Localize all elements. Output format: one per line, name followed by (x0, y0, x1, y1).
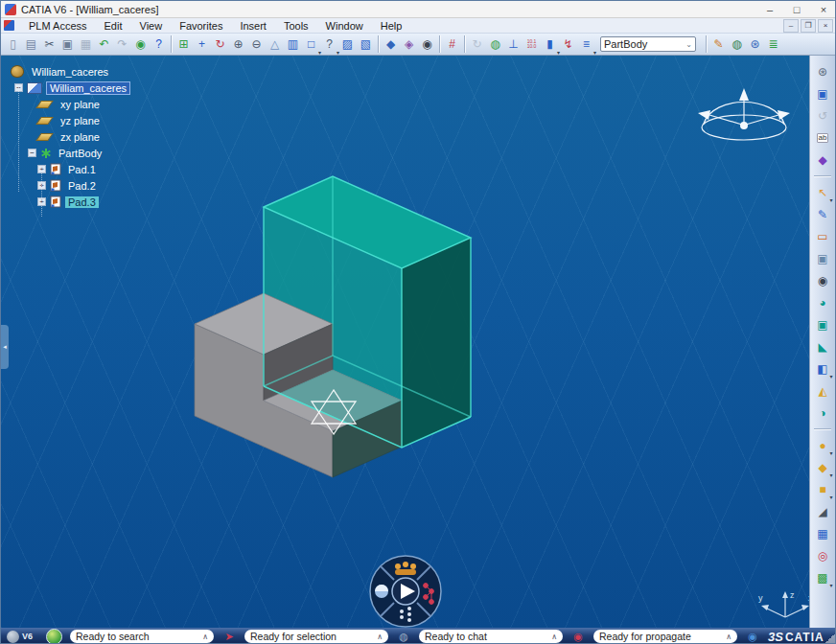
material-tool-icon[interactable]: ▩▾ (815, 569, 831, 586)
undo-icon[interactable]: ↶ (96, 36, 112, 53)
gear-globe-icon[interactable]: ⊛ (747, 36, 763, 53)
search-status-field[interactable]: Ready to search ∧ (70, 630, 214, 643)
block-tool-icon[interactable]: ■▾ (815, 481, 831, 497)
dropdown-arrow-icon[interactable]: ▾ (829, 494, 832, 500)
box-tool-icon[interactable]: ▣ (815, 316, 831, 333)
compass-design-quadrant-icon[interactable] (375, 585, 388, 598)
chat-planet-icon[interactable]: ◉ (570, 630, 586, 644)
shell-tool-icon[interactable]: ◕ (815, 294, 831, 310)
menu-item[interactable]: Tools (275, 20, 317, 32)
redo-icon[interactable]: ↷ (114, 36, 130, 53)
world-map-icon[interactable]: ◍ (729, 36, 745, 53)
propagate-person-icon[interactable]: ◉ (745, 630, 760, 644)
mean-dimensions-icon[interactable]: 10.1 10.0 (523, 36, 540, 53)
dropdown-arrow-icon[interactable]: ▾ (593, 50, 596, 56)
section-view-icon[interactable]: ▮▾ (542, 36, 558, 53)
cut-icon[interactable]: ✂ (41, 36, 58, 53)
workbench-icon[interactable]: ◈ (401, 36, 417, 53)
chevron-up-icon[interactable]: ∧ (377, 632, 383, 641)
propagate-flash-icon[interactable]: ↯ (560, 36, 576, 53)
propagate-status-field[interactable]: Ready for propagate ∧ (593, 630, 737, 643)
iso-view-icon[interactable]: □▾ (303, 36, 319, 53)
multi-view-icon[interactable]: ▥ (285, 36, 301, 53)
pan-icon[interactable]: + (194, 36, 210, 53)
maximize-button[interactable]: □ (783, 2, 810, 17)
render-style-alt-icon[interactable]: ▧ (358, 36, 374, 53)
quick-help-icon[interactable]: ?▾ (321, 36, 337, 53)
select-cursor-icon[interactable]: ↖▾ (815, 184, 831, 200)
new-document-icon[interactable]: ▯ (5, 36, 21, 53)
wedge-tool-icon[interactable]: ◣ (815, 338, 831, 355)
tree-row-yz-plane[interactable]: yz plane (7, 112, 179, 128)
minimize-button[interactable]: – (756, 2, 783, 17)
close-button[interactable]: × (810, 2, 836, 17)
paint-style-icon[interactable]: ✎ (710, 36, 727, 53)
tree-pad2-label[interactable]: Pad.2 (65, 180, 99, 192)
selection-orb-icon[interactable]: ◍ (396, 630, 411, 644)
print-icon[interactable]: ▤ (23, 36, 39, 53)
pad-tool-icon[interactable]: ▭ (815, 228, 831, 244)
prism-tool-icon[interactable]: ◭ (815, 382, 831, 399)
chevron-down-icon[interactable]: ⌄ (685, 40, 692, 49)
globe-session-icon[interactable]: ◍ (487, 36, 503, 53)
menu-item[interactable]: Window (317, 20, 372, 32)
partbody-combo[interactable]: PartBody ⌄ (600, 36, 696, 52)
b-window-icon[interactable]: ▣ (815, 85, 831, 102)
tree-row-pad1[interactable]: + Pad.1 (7, 161, 179, 177)
settings-icon[interactable]: ⊛ (815, 63, 831, 80)
mdi-close-button[interactable]: × (818, 19, 833, 33)
catalog-icon[interactable]: ◆ (383, 36, 399, 53)
update-swirl-icon[interactable]: ↺ (815, 107, 831, 124)
knowledge-icon[interactable]: ◆ (815, 151, 831, 168)
dropdown-arrow-icon[interactable]: ▾ (829, 197, 832, 203)
list-layers-icon[interactable]: ≡▾ (578, 36, 594, 53)
axis-system-icon[interactable]: ⊥ (505, 36, 522, 53)
tree-row-pad2[interactable]: + Pad.2 (7, 177, 179, 194)
dropdown-arrow-icon[interactable]: ▾ (829, 450, 832, 456)
panel-collapse-handle[interactable]: ◂ (1, 325, 9, 369)
dropdown-arrow-icon[interactable]: ▾ (829, 374, 832, 380)
orientation-compass[interactable] (698, 88, 790, 140)
chevron-up-icon[interactable]: ∧ (202, 632, 208, 641)
tree-row-part[interactable]: − William_caceres (7, 80, 179, 96)
tree-root-label[interactable]: William_caceres (29, 66, 111, 78)
chevron-up-icon[interactable]: ∧ (726, 632, 732, 641)
sphere-tool-icon[interactable]: ●▾ (815, 437, 831, 453)
target-tool-icon[interactable]: ◎ (815, 547, 831, 564)
tree-partbody-label[interactable]: PartBody (56, 148, 104, 159)
search-globe-icon[interactable] (46, 629, 62, 644)
normal-view-icon[interactable]: △ (267, 36, 283, 53)
sketcher-icon[interactable]: ✎ (815, 206, 831, 222)
menu-item[interactable]: Help (372, 20, 411, 32)
cylinder-tool-icon[interactable]: ◑ (815, 404, 831, 421)
dropdown-arrow-icon[interactable]: ▾ (829, 583, 832, 588)
camera-capture-icon[interactable]: ◉ (419, 36, 435, 53)
menu-item[interactable]: Favorites (171, 20, 231, 32)
rotate-icon[interactable]: ↻ (212, 36, 228, 53)
tree-plane-label[interactable]: yz plane (58, 115, 103, 126)
zoom-out-icon[interactable]: ⊖ (248, 36, 265, 53)
zoom-in-icon[interactable]: ⊕ (230, 36, 246, 53)
selection-status-field[interactable]: Ready for selection ∧ (244, 630, 388, 643)
copy-icon[interactable]: ▣ (59, 36, 76, 53)
pad3-preview-right-face[interactable] (402, 238, 471, 448)
tree-row-pad3[interactable]: + Pad.3 (7, 194, 179, 210)
tree-part-label[interactable]: William_caceres (46, 81, 130, 95)
dropdown-arrow-icon[interactable]: ▾ (829, 472, 832, 478)
menu-item[interactable]: Insert (231, 20, 275, 32)
annotations-icon[interactable]: ab (815, 129, 831, 146)
paste-icon[interactable]: ▦ (78, 36, 94, 53)
picture-frame-icon[interactable]: ▣ (815, 250, 831, 266)
menu-item[interactable]: View (131, 20, 172, 32)
tree-pad3-label[interactable]: Pad.3 (65, 196, 99, 208)
tree-row-partbody[interactable]: − PartBody (7, 145, 179, 161)
layer-stack-icon[interactable]: ≣ (765, 36, 781, 53)
grid-analysis-icon[interactable]: # (444, 36, 460, 53)
tree-row-zx-plane[interactable]: zx plane (7, 128, 179, 145)
resize-grip[interactable] (824, 632, 836, 644)
chevron-up-icon[interactable]: ∧ (551, 632, 557, 641)
update-icon[interactable]: ↻ (469, 36, 485, 53)
chat-status-field[interactable]: Ready to chat ∧ (419, 630, 563, 643)
render-style-icon[interactable]: ▨ (339, 36, 356, 53)
pyramid-tool-icon[interactable]: ◆▾ (815, 459, 831, 475)
